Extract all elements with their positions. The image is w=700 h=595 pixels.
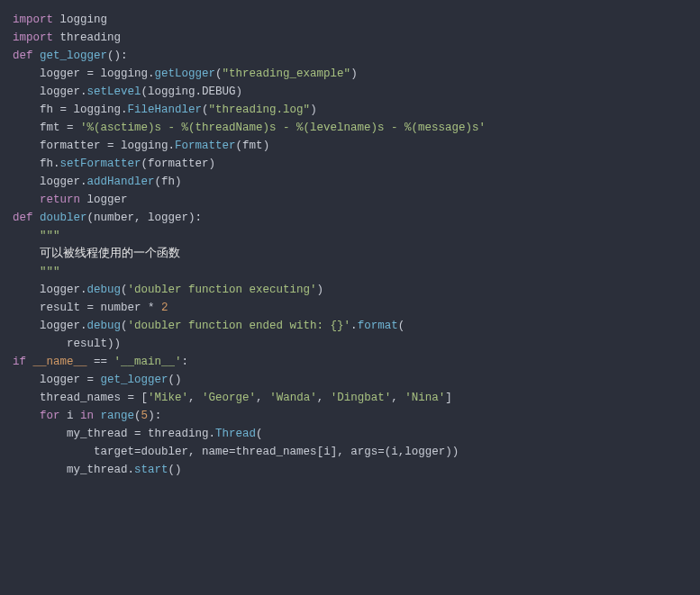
code-line: target=doubler, name=thread_names[i], ar… xyxy=(13,443,687,461)
code-token-op: . xyxy=(195,86,203,98)
code-token-str: 'Nina' xyxy=(405,392,445,404)
code-token-str: '%(asctime)s - %(threadName)s - %(leveln… xyxy=(80,122,486,134)
code-token-str: 'Mike' xyxy=(148,392,188,404)
code-token-op: , xyxy=(256,392,269,404)
code-token-kw: for xyxy=(40,410,60,422)
code-token-op: ( xyxy=(121,284,128,296)
code-token-op: , xyxy=(188,392,202,404)
code-token-id xyxy=(33,50,41,62)
code-token-cmt: 可以被线程使用的一个函数 xyxy=(40,248,180,260)
code-token-op: , xyxy=(134,212,148,224)
code-token-op: = xyxy=(229,446,236,458)
code-token-op: . xyxy=(53,158,60,170)
code-token-op: . xyxy=(121,104,128,116)
code-token-op: ( xyxy=(141,158,149,170)
code-line: logger = logging.getLogger("threading_ex… xyxy=(13,65,687,83)
code-token-kw: in xyxy=(80,410,94,422)
code-token-id xyxy=(13,410,40,422)
code-token-op: )) xyxy=(445,446,459,458)
code-token-id xyxy=(94,410,101,422)
code-token-id xyxy=(13,266,40,278)
code-token-fn: Formatter xyxy=(175,140,236,152)
code-token-num: 5 xyxy=(141,410,149,422)
code-token-op: ( xyxy=(398,320,405,332)
code-token-op: . xyxy=(80,284,87,296)
code-token-op: . xyxy=(80,320,87,332)
code-token-op: = xyxy=(87,374,101,386)
code-token-op: ( xyxy=(202,104,209,116)
code-token-op: . xyxy=(80,86,87,98)
code-token-fn: FileHandler xyxy=(128,104,203,116)
code-token-str: "threading.log" xyxy=(209,104,311,116)
code-token-kw: if xyxy=(13,356,26,368)
code-token-op: * xyxy=(148,302,161,314)
code-token-id: i xyxy=(391,446,398,458)
code-token-id: logging xyxy=(74,104,122,116)
code-line: formatter = logging.Formatter(fmt) xyxy=(13,137,687,155)
code-token-op: ( xyxy=(121,320,128,332)
code-token-kw: def xyxy=(13,50,33,62)
code-token-id: logger xyxy=(13,68,87,80)
code-token-op: . xyxy=(148,68,155,80)
code-token-id: fh xyxy=(13,158,53,170)
code-token-id: i xyxy=(323,446,331,458)
code-token-op: ): xyxy=(188,212,202,224)
code-token-id: target xyxy=(13,446,134,458)
code-token-num: 2 xyxy=(161,302,168,314)
code-token-fn: format xyxy=(358,320,398,332)
code-token-id: threading xyxy=(53,32,121,44)
code-token-mag: __name__ xyxy=(33,356,87,368)
code-token-fn: debug xyxy=(87,320,122,332)
code-token-kw: import xyxy=(13,32,53,44)
code-token-op: = xyxy=(60,104,74,116)
code-token-id: i xyxy=(60,410,81,422)
code-line: return logger xyxy=(13,191,687,209)
code-token-op: . xyxy=(128,464,135,476)
code-token-kw: return xyxy=(40,194,80,206)
code-token-fn: Thread xyxy=(215,428,256,440)
code-token-op: == xyxy=(94,356,114,368)
code-token-id: number xyxy=(94,212,134,224)
code-token-id: logging xyxy=(121,140,168,152)
code-line: for i in range(5): xyxy=(13,407,687,425)
code-line: fmt = '%(asctime)s - %(threadName)s - %(… xyxy=(13,119,687,137)
code-token-id: logger xyxy=(13,176,80,188)
code-line: logger.debug('doubler function ended wit… xyxy=(13,317,687,335)
code-token-op: = xyxy=(134,428,148,440)
code-token-id: formatter xyxy=(13,140,107,152)
code-token-op: , xyxy=(188,446,202,458)
code-line: if __name__ == '__main__': xyxy=(13,353,687,371)
code-token-op: . xyxy=(168,140,176,152)
code-token-id: logger xyxy=(405,446,445,458)
code-token-id: threading xyxy=(148,428,209,440)
code-token-fn: addHandler xyxy=(87,176,155,188)
code-token-op: , xyxy=(391,392,405,404)
code-token-kw: def xyxy=(13,212,33,224)
code-token-id: thread_names xyxy=(13,392,128,404)
code-token-id: logging xyxy=(148,86,195,98)
code-token-op: ): xyxy=(148,410,161,422)
code-line: result)) xyxy=(13,335,687,353)
code-token-op: ) xyxy=(175,176,182,188)
code-token-fn: getLogger xyxy=(155,68,216,80)
code-token-id: fmt xyxy=(13,122,67,134)
code-token-id: fmt xyxy=(242,140,263,152)
code-token-id xyxy=(33,212,41,224)
code-token-str: """ xyxy=(40,266,60,278)
code-token-id: logger xyxy=(80,194,128,206)
code-token-fn: get_logger xyxy=(40,50,107,62)
code-line: result = number * 2 xyxy=(13,299,687,317)
code-token-op: = xyxy=(87,68,101,80)
code-token-op: ] xyxy=(445,392,452,404)
code-token-kw: import xyxy=(13,14,53,26)
code-token-op: ], xyxy=(331,446,351,458)
code-line: def get_logger(): xyxy=(13,47,687,65)
code-token-op: = xyxy=(87,302,101,314)
code-token-fn: start xyxy=(134,464,168,476)
code-token-op: (): xyxy=(107,50,128,62)
code-token-id: doubler xyxy=(141,446,189,458)
code-line: """ xyxy=(13,263,687,281)
code-token-str: 'doubler function executing' xyxy=(128,284,317,296)
code-token-id xyxy=(26,356,33,368)
code-token-id: logger xyxy=(13,86,80,98)
